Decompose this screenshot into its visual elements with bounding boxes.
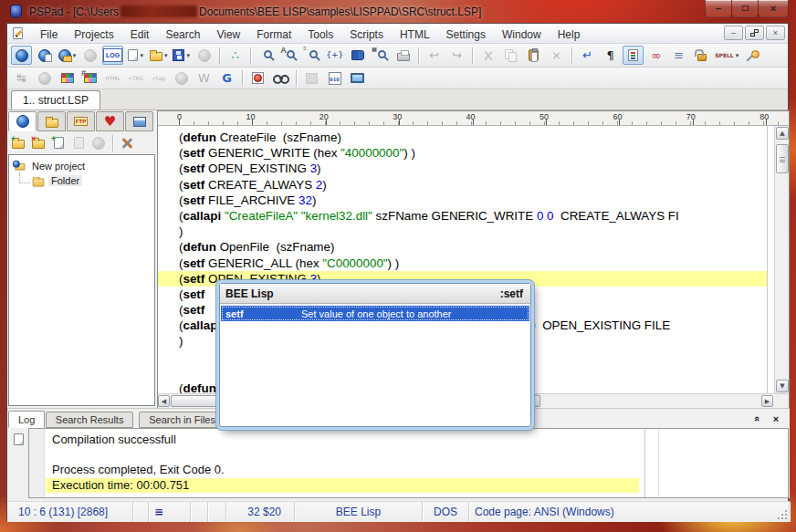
status-cell-7: DOS <box>423 502 469 522</box>
new-file-icon[interactable]: ▾ <box>125 46 146 65</box>
hex-editor-icon[interactable]: 010 <box>324 68 345 88</box>
stay-on-top-pin-icon[interactable] <box>741 46 762 65</box>
dropdown-arrow-icon: ▾ <box>736 52 739 59</box>
mdi-minimize-button[interactable]: – <box>724 26 743 40</box>
menu-edit[interactable]: Edit <box>122 26 158 43</box>
vertical-scroll-thumb[interactable] <box>776 144 789 173</box>
menu-format[interactable]: Format <box>248 26 299 43</box>
search-icon[interactable] <box>256 46 277 65</box>
preview-glasses-icon[interactable] <box>270 68 291 88</box>
log-gutter <box>29 429 45 497</box>
print-icon[interactable] <box>393 46 414 65</box>
menu-help[interactable]: Help <box>550 26 589 43</box>
menu-html[interactable]: HTML <box>392 26 438 43</box>
show-formatting-icon[interactable]: ¶ <box>600 46 621 65</box>
sidebar-tab-ftp[interactable]: FTP <box>67 111 95 131</box>
collapse-panel-icon[interactable]: « <box>751 412 764 425</box>
search-in-files-icon[interactable]: ≡ <box>301 46 322 65</box>
code-explorer-icon[interactable]: ∴ <box>225 46 246 65</box>
maximize-button[interactable] <box>731 0 759 17</box>
badge-add: + <box>51 134 56 143</box>
title-bar[interactable]: PSPad - [C:\UsersDocuments\BEE LISP\samp… <box>0 0 796 23</box>
menu-search[interactable]: Search <box>157 26 208 43</box>
vertical-scrollbar[interactable]: ▲ ▼ <box>774 126 789 393</box>
minimize-button[interactable]: – <box>705 0 732 17</box>
close-button[interactable]: × <box>758 0 789 17</box>
compile-project-icon[interactable] <box>34 46 55 65</box>
log-margin-line <box>644 429 645 497</box>
code-clips-icon[interactable]: {+} <box>324 46 345 65</box>
paste-icon[interactable] <box>523 46 544 65</box>
document-edit-icon <box>13 27 23 39</box>
log-line <box>46 448 639 464</box>
remote-edit-icon[interactable] <box>347 68 368 88</box>
unlock-icon[interactable] <box>691 46 712 65</box>
restore-icon <box>750 29 759 37</box>
tree-item[interactable]: New project <box>9 159 154 173</box>
scroll-right-arrow[interactable]: ▶ <box>761 395 773 407</box>
menu-view[interactable]: View <box>208 26 248 43</box>
log-window-toggle[interactable]: LOG <box>102 46 123 65</box>
macro-record-icon[interactable] <box>247 68 268 88</box>
close-panel-icon[interactable]: × <box>770 412 782 425</box>
panel-tab-search-results[interactable]: Search Results <box>46 412 134 428</box>
menu-projects[interactable]: Projects <box>66 26 121 43</box>
sidebar-tab-windows-icon <box>133 117 146 127</box>
scroll-left-arrow[interactable]: ◀ <box>158 395 170 407</box>
color-select-icon[interactable] <box>57 68 78 88</box>
menu-tools[interactable]: Tools <box>299 26 341 43</box>
tab-struct-lsp[interactable]: 1.. struct.LSP <box>11 90 100 110</box>
scroll-up-arrow[interactable]: ▲ <box>776 127 789 140</box>
badge-add: + <box>11 134 16 143</box>
completion-item[interactable]: setfSet value of one object to another <box>221 306 529 321</box>
spell-check-icon[interactable]: SPELL▾ <box>714 46 739 65</box>
code-line: ) <box>179 224 679 239</box>
help-book-icon[interactable] <box>347 46 368 65</box>
dropdown-arrow-icon: ▾ <box>186 52 190 59</box>
cpp-syntax-icon[interactable]: ∞ <box>645 46 666 65</box>
scroll-down-arrow[interactable]: ▼ <box>776 380 789 392</box>
redo-icon: ↪ <box>446 46 467 65</box>
toolbar-separator <box>571 47 572 64</box>
menu-scripts[interactable]: Scripts <box>341 26 392 43</box>
panel-tab-log[interactable]: Log <box>8 411 45 428</box>
open-project-icon[interactable]: ▾ <box>57 46 78 65</box>
ascii-table-icon[interactable]: # <box>79 68 100 88</box>
copy-icon <box>500 46 521 65</box>
project-remove-folder-icon[interactable]: × <box>29 134 47 151</box>
replace-icon[interactable]: A <box>278 46 299 65</box>
project-tree[interactable]: New projectFolder <box>8 154 155 406</box>
badge-add: # <box>81 68 86 78</box>
project-add-folder-icon[interactable]: + <box>9 134 27 151</box>
completion-description: Set value of one object to another <box>301 308 452 319</box>
tag-uppercase-icon: <TAG <box>125 68 146 88</box>
sidebar-tab-windows[interactable] <box>125 111 153 131</box>
menu-settings[interactable]: Settings <box>438 26 494 43</box>
google-search-icon[interactable]: G <box>216 68 237 88</box>
log-output[interactable]: Compilation successfullProcess completed… <box>28 428 789 498</box>
project-add-file-icon[interactable]: + <box>49 134 68 151</box>
ruler-mark: 10 <box>246 112 255 121</box>
resize-grip[interactable] <box>777 509 789 521</box>
menu-file[interactable]: File <box>32 26 66 43</box>
document-tab-bar: 1.. struct.LSP <box>7 89 788 110</box>
mdi-restore-button[interactable] <box>745 26 764 40</box>
project-settings-icon[interactable] <box>118 134 136 151</box>
menu-window[interactable]: Window <box>494 26 550 43</box>
syntax-highlight-icon[interactable] <box>623 46 644 65</box>
tree-item[interactable]: Folder <box>9 173 154 188</box>
mdi-close-button[interactable]: × <box>766 26 785 40</box>
sidebar-tab-ftp-icon: FTP <box>74 117 88 126</box>
sidebar-tab-favorites[interactable]: ♥ <box>96 111 124 131</box>
word-wrap-icon[interactable]: ↵ <box>577 46 598 65</box>
save-file-icon[interactable]: ▾ <box>171 46 192 65</box>
line-numbers-icon[interactable]: ≡ <box>668 46 689 65</box>
dropdown-arrow-icon: ▾ <box>73 52 77 59</box>
run-project-icon[interactable] <box>11 46 32 65</box>
status-cell-0: 10 : 6 (131) [2868] <box>7 502 133 522</box>
sidebar-tab-files[interactable] <box>37 111 66 131</box>
sidebar-tab-project[interactable] <box>8 111 37 131</box>
popup-list: setfSet value of one object to another <box>220 306 530 321</box>
print-preview-icon[interactable]: ▤ <box>370 46 391 65</box>
open-file-icon[interactable]: ▾ <box>148 46 169 65</box>
